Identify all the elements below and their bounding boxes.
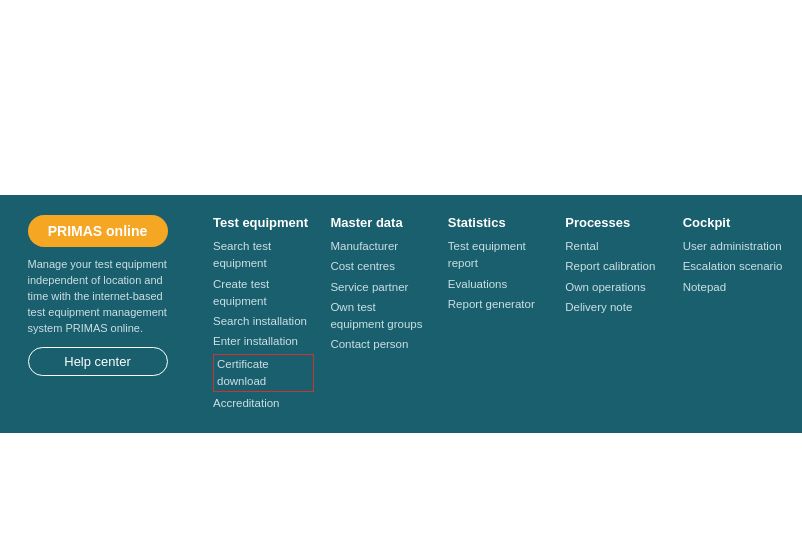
list-item: Manufacturer [330,238,431,255]
nav-link[interactable]: Escalation scenario [683,258,783,275]
list-item: Own test equipment groups [330,299,431,334]
list-item: Notepad [683,279,784,296]
nav-columns: Test equipmentSearch test equipmentCreat… [195,215,802,415]
nav-link[interactable]: Search test equipment [213,238,314,273]
nav-col-statistics: StatisticsTest equipment reportEvaluatio… [440,215,557,415]
nav-link[interactable]: Notepad [683,279,726,296]
list-item: Report calibration [565,258,666,275]
top-whitespace [0,0,802,195]
list-item: Enter installation [213,333,314,350]
nav-col-title: Master data [330,215,431,230]
navigation-bar: PRIMAS online Manage your test equipment… [0,195,802,433]
nav-link[interactable]: Cost centres [330,258,395,275]
left-panel: PRIMAS online Manage your test equipment… [0,215,195,376]
nav-col-cockpit: CockpitUser administrationEscalation sce… [675,215,792,415]
list-item: Search test equipment [213,238,314,273]
nav-link[interactable]: Service partner [330,279,408,296]
nav-link[interactable]: Test equipment report [448,238,549,273]
nav-link[interactable]: Manufacturer [330,238,398,255]
nav-link[interactable]: Evaluations [448,276,507,293]
nav-link[interactable]: Delivery note [565,299,632,316]
nav-col-title: Cockpit [683,215,784,230]
nav-link[interactable]: Own test equipment groups [330,299,431,334]
list-item: User administration [683,238,784,255]
list-item: Contact person [330,336,431,353]
primas-description: Manage your test equipment independent o… [28,257,168,337]
nav-col-title: Statistics [448,215,549,230]
nav-link[interactable]: Accreditation [213,395,279,412]
nav-link[interactable]: Rental [565,238,598,255]
list-item: Certificate download [213,354,314,393]
list-item: Escalation scenario [683,258,784,275]
list-item: Report generator [448,296,549,313]
list-item: Search installation [213,313,314,330]
nav-col-master-data: Master dataManufacturerCost centresServi… [322,215,439,415]
list-item: Own operations [565,279,666,296]
nav-col-title: Processes [565,215,666,230]
nav-link[interactable]: Own operations [565,279,646,296]
nav-col-title: Test equipment [213,215,314,230]
nav-link[interactable]: Contact person [330,336,408,353]
nav-link[interactable]: Enter installation [213,333,298,350]
nav-link[interactable]: User administration [683,238,782,255]
bottom-whitespace [0,433,802,536]
nav-link[interactable]: Certificate download [213,354,314,393]
list-item: Delivery note [565,299,666,316]
help-center-button[interactable]: Help center [28,347,168,376]
list-item: Service partner [330,279,431,296]
nav-link[interactable]: Create test equipment [213,276,314,311]
list-item: Accreditation [213,395,314,412]
nav-col-processes: ProcessesRentalReport calibrationOwn ope… [557,215,674,415]
nav-link[interactable]: Report generator [448,296,535,313]
list-item: Rental [565,238,666,255]
list-item: Create test equipment [213,276,314,311]
list-item: Evaluations [448,276,549,293]
nav-col-test-equipment: Test equipmentSearch test equipmentCreat… [205,215,322,415]
primas-online-button[interactable]: PRIMAS online [28,215,168,247]
nav-link[interactable]: Search installation [213,313,307,330]
list-item: Test equipment report [448,238,549,273]
list-item: Cost centres [330,258,431,275]
nav-link[interactable]: Report calibration [565,258,655,275]
